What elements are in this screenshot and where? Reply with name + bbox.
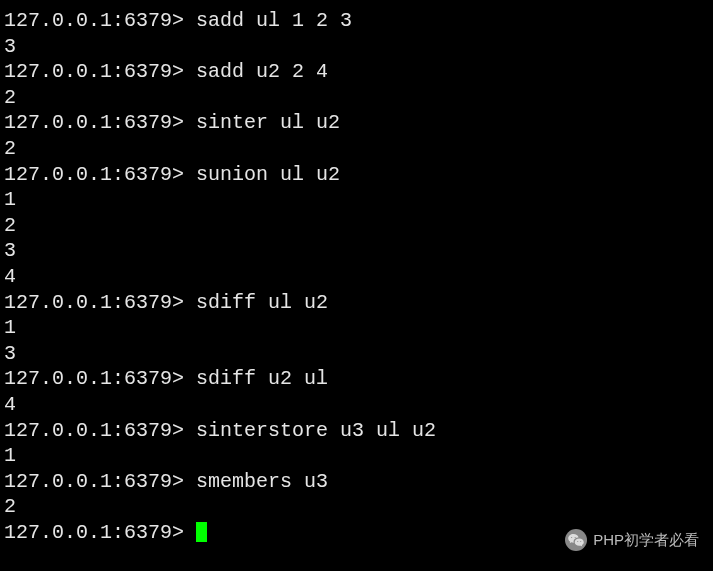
terminal-line: 127.0.0.1:6379> sadd u2 2 4 bbox=[4, 59, 709, 85]
output-text: 4 bbox=[4, 265, 16, 288]
terminal-line: 3 bbox=[4, 34, 709, 60]
terminal-line: 127.0.0.1:6379> smembers u3 bbox=[4, 469, 709, 495]
prompt: 127.0.0.1:6379> bbox=[4, 419, 196, 442]
output-text: 3 bbox=[4, 342, 16, 365]
terminal-line: 3 bbox=[4, 238, 709, 264]
terminal-line: 4 bbox=[4, 392, 709, 418]
terminal-line: 1 bbox=[4, 315, 709, 341]
prompt: 127.0.0.1:6379> bbox=[4, 521, 196, 544]
output-text: 2 bbox=[4, 214, 16, 237]
prompt: 127.0.0.1:6379> bbox=[4, 291, 196, 314]
terminal-line: 2 bbox=[4, 85, 709, 111]
terminal-output[interactable]: 127.0.0.1:6379> sadd ul 1 2 33127.0.0.1:… bbox=[4, 8, 709, 545]
output-text: 3 bbox=[4, 35, 16, 58]
output-text: 4 bbox=[4, 393, 16, 416]
output-text: 2 bbox=[4, 86, 16, 109]
cursor[interactable] bbox=[196, 522, 207, 542]
command-text: sdiff ul u2 bbox=[196, 291, 328, 314]
output-text: 1 bbox=[4, 188, 16, 211]
watermark-text: PHP初学者必看 bbox=[593, 530, 699, 549]
terminal-line: 1 bbox=[4, 187, 709, 213]
command-text: smembers u3 bbox=[196, 470, 328, 493]
terminal-line: 127.0.0.1:6379> sadd ul 1 2 3 bbox=[4, 8, 709, 34]
terminal-line: 127.0.0.1:6379> sinter ul u2 bbox=[4, 110, 709, 136]
command-text: sdiff u2 ul bbox=[196, 367, 328, 390]
prompt: 127.0.0.1:6379> bbox=[4, 111, 196, 134]
terminal-line: 2 bbox=[4, 136, 709, 162]
prompt: 127.0.0.1:6379> bbox=[4, 367, 196, 390]
output-text: 2 bbox=[4, 495, 16, 518]
command-text: sunion ul u2 bbox=[196, 163, 340, 186]
command-text: sadd u2 2 4 bbox=[196, 60, 328, 83]
output-text: 1 bbox=[4, 444, 16, 467]
prompt: 127.0.0.1:6379> bbox=[4, 163, 196, 186]
prompt: 127.0.0.1:6379> bbox=[4, 470, 196, 493]
terminal-line: 127.0.0.1:6379> sdiff ul u2 bbox=[4, 290, 709, 316]
prompt: 127.0.0.1:6379> bbox=[4, 9, 196, 32]
terminal-line: 2 bbox=[4, 494, 709, 520]
command-text: sinterstore u3 ul u2 bbox=[196, 419, 436, 442]
command-text: sinter ul u2 bbox=[196, 111, 340, 134]
command-text: sadd ul 1 2 3 bbox=[196, 9, 352, 32]
terminal-line: 1 bbox=[4, 443, 709, 469]
terminal-line: 127.0.0.1:6379> sdiff u2 ul bbox=[4, 366, 709, 392]
prompt: 127.0.0.1:6379> bbox=[4, 60, 196, 83]
wechat-icon bbox=[565, 529, 587, 551]
terminal-line: 127.0.0.1:6379> sunion ul u2 bbox=[4, 162, 709, 188]
output-text: 2 bbox=[4, 137, 16, 160]
terminal-line: 3 bbox=[4, 341, 709, 367]
output-text: 1 bbox=[4, 316, 16, 339]
terminal-line: 4 bbox=[4, 264, 709, 290]
output-text: 3 bbox=[4, 239, 16, 262]
terminal-line: 2 bbox=[4, 213, 709, 239]
terminal-line: 127.0.0.1:6379> sinterstore u3 ul u2 bbox=[4, 418, 709, 444]
watermark: PHP初学者必看 bbox=[565, 529, 699, 551]
